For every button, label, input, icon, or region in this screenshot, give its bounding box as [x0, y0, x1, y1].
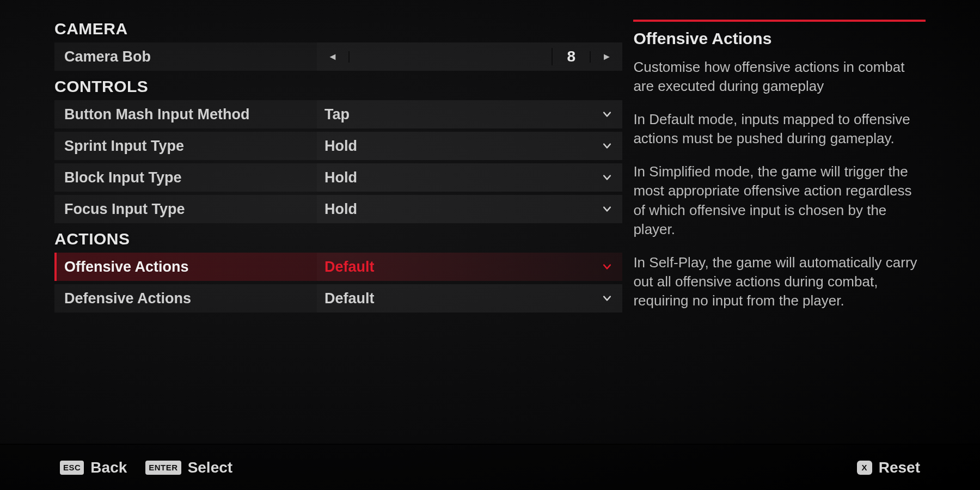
description-paragraph: In Simplified mode, the game will trigge… — [633, 162, 926, 238]
defensive-actions-label: Defensive Actions — [57, 284, 315, 313]
description-paragraph: In Default mode, inputs mapped to offens… — [633, 110, 926, 148]
chevron-down-icon — [602, 140, 612, 151]
hint-reset[interactable]: X Reset — [857, 459, 920, 476]
hint-back-label: Back — [90, 459, 127, 476]
accent-bar — [633, 20, 926, 22]
triangle-right-icon: ► — [602, 51, 611, 63]
footer-hints: ESC Back ENTER Select X Reset — [0, 444, 980, 490]
chevron-down-icon — [602, 172, 612, 183]
settings-list: CAMERA Camera Bob ◄ 8 ► CONTROLS Button — [54, 16, 622, 324]
block-input-dropdown[interactable]: Hold — [317, 163, 622, 192]
button-mash-value: Tap — [324, 106, 350, 123]
description-panel: Offensive Actions Customise how offensiv… — [633, 16, 926, 324]
focus-input-dropdown[interactable]: Hold — [317, 195, 622, 223]
focus-input-label: Focus Input Type — [57, 195, 315, 223]
hint-reset-label: Reset — [879, 459, 920, 476]
keycap-esc: ESC — [60, 461, 84, 475]
hint-select-label: Select — [188, 459, 233, 476]
camera-bob-decrement[interactable]: ◄ — [317, 51, 350, 63]
triangle-left-icon: ◄ — [328, 51, 338, 63]
sprint-input-value: Hold — [324, 138, 357, 155]
description-paragraph: In Self-Play, the game will automaticall… — [633, 253, 926, 310]
camera-bob-label: Camera Bob — [57, 42, 315, 71]
defensive-actions-value: Default — [324, 290, 375, 307]
keycap-x: X — [857, 461, 872, 475]
button-mash-label: Button Mash Input Method — [57, 100, 315, 128]
offensive-actions-dropdown[interactable]: Default — [317, 253, 622, 281]
sprint-input-dropdown[interactable]: Hold — [317, 132, 622, 160]
defensive-actions-dropdown[interactable]: Default — [317, 284, 622, 313]
block-input-label: Block Input Type — [57, 163, 315, 192]
camera-bob-increment[interactable]: ► — [590, 51, 622, 63]
button-mash-dropdown[interactable]: Tap — [317, 100, 622, 128]
chevron-down-icon — [602, 204, 612, 215]
section-header-actions: ACTIONS — [54, 226, 622, 253]
chevron-down-icon — [602, 261, 612, 272]
row-defensive-actions[interactable]: Defensive Actions Default — [54, 284, 622, 313]
hint-select[interactable]: ENTER Select — [145, 459, 232, 476]
keycap-enter: ENTER — [145, 461, 181, 475]
section-header-controls: CONTROLS — [54, 74, 622, 100]
sprint-input-label: Sprint Input Type — [57, 132, 315, 160]
description-paragraph: Customise how offensive actions in comba… — [633, 58, 926, 96]
chevron-down-icon — [602, 293, 612, 304]
row-offensive-actions[interactable]: Offensive Actions Default — [54, 253, 622, 281]
row-block-input[interactable]: Block Input Type Hold — [54, 163, 622, 192]
description-title: Offensive Actions — [633, 29, 926, 48]
focus-input-value: Hold — [324, 201, 357, 218]
row-camera-bob[interactable]: Camera Bob ◄ 8 ► — [54, 42, 622, 71]
chevron-down-icon — [602, 109, 612, 120]
hint-back[interactable]: ESC Back — [60, 459, 127, 476]
offensive-actions-value: Default — [324, 259, 375, 275]
row-focus-input[interactable]: Focus Input Type Hold — [54, 195, 622, 223]
row-sprint-input[interactable]: Sprint Input Type Hold — [54, 132, 622, 160]
camera-bob-value: 8 — [552, 48, 590, 65]
section-header-camera: CAMERA — [54, 16, 622, 42]
camera-bob-stepper: ◄ 8 ► — [317, 42, 622, 71]
row-button-mash[interactable]: Button Mash Input Method Tap — [54, 100, 622, 128]
offensive-actions-label: Offensive Actions — [57, 253, 315, 281]
block-input-value: Hold — [324, 169, 357, 186]
